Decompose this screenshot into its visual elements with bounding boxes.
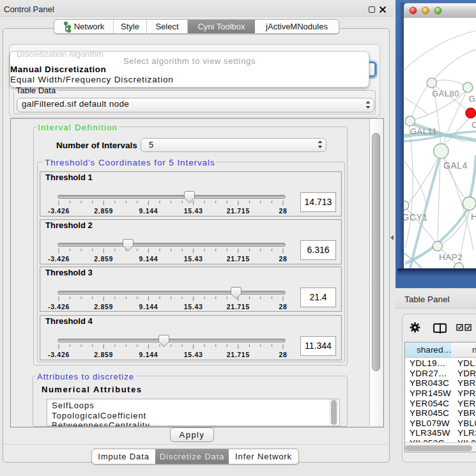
svg-text:HAP2: HAP2 — [439, 252, 463, 262]
svg-text:GCY1: GCY1 — [404, 212, 428, 222]
svg-text:H: H — [471, 211, 476, 222]
svg-text:C: C — [472, 120, 476, 130]
svg-text:GAL11: GAL11 — [410, 127, 437, 136]
svg-text:GAL4: GAL4 — [443, 160, 468, 171]
svg-text:GA: GA — [469, 94, 476, 104]
svg-text:GAL80: GAL80 — [432, 89, 459, 98]
